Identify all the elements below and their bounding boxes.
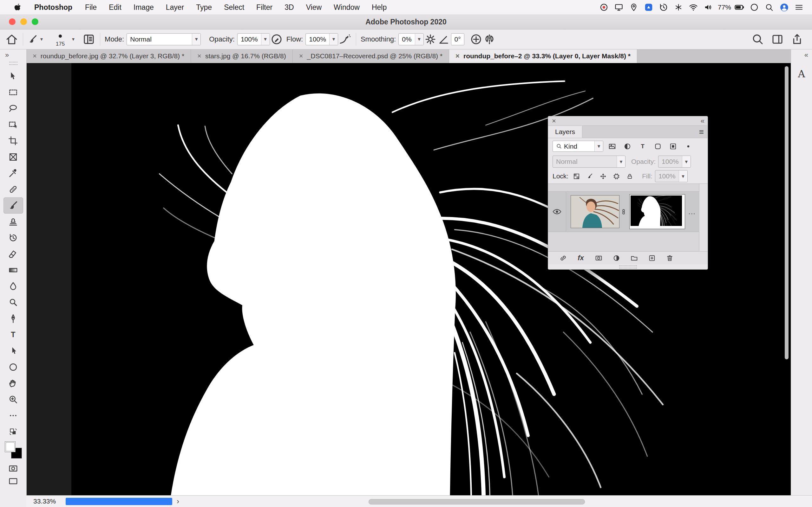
doc-tab-roundup-before-2[interactable]: × roundup_before–2 @ 33.3% (Layer 0, Lay… [449, 49, 637, 63]
horizontal-scrollbar[interactable] [368, 499, 585, 504]
filter-pixel-layers-icon[interactable] [606, 141, 618, 152]
zoom-window-button[interactable] [32, 18, 38, 25]
workspace-switcher-icon[interactable] [771, 33, 784, 46]
filter-adjustment-layers-icon[interactable] [621, 141, 634, 152]
volume-icon[interactable] [703, 2, 714, 13]
foreground-background-swatches[interactable] [5, 441, 22, 458]
window-title-bar[interactable]: Adobe Photoshop 2020 [0, 14, 812, 30]
menu-item-type[interactable]: Type [190, 0, 218, 14]
camera-status-icon[interactable] [599, 2, 609, 13]
lasso-tool[interactable] [3, 101, 23, 117]
zoom-tool[interactable] [3, 391, 23, 407]
eyedropper-tool[interactable] [3, 165, 23, 181]
lock-artboard-icon[interactable] [611, 170, 622, 182]
apple-menu[interactable] [8, 0, 28, 14]
panel-menu-icon[interactable]: ≡ [695, 126, 708, 138]
foreground-color-swatch[interactable] [5, 441, 15, 452]
paint-symmetry-icon[interactable] [483, 33, 496, 46]
tools-drag-grip[interactable] [9, 62, 17, 65]
close-tab-icon[interactable]: × [299, 52, 303, 60]
pressure-opacity-icon[interactable] [270, 33, 283, 46]
filter-smart-objects-icon[interactable] [667, 141, 679, 152]
default-colors-icon[interactable] [3, 426, 23, 438]
vertical-scrollbar[interactable] [785, 66, 789, 359]
menu-item-window[interactable]: Window [328, 0, 366, 14]
search-icon[interactable] [751, 33, 764, 46]
ellipse-tool[interactable] [3, 359, 23, 375]
toggle-brush-settings-panel-icon[interactable] [82, 33, 96, 46]
control-center-list-icon[interactable] [794, 2, 804, 13]
blend-mode-select[interactable]: Normal ▾ [126, 33, 201, 45]
link-layers-icon[interactable] [558, 252, 568, 263]
lock-all-icon[interactable] [624, 170, 635, 182]
location-icon[interactable] [628, 2, 639, 13]
collapse-panel-icon[interactable]: « [701, 117, 704, 125]
shortcuts-circle-icon[interactable] [749, 2, 760, 13]
layer-fill-select[interactable]: 100% ▾ [655, 170, 688, 182]
layer-mask-link-icon[interactable] [619, 208, 628, 215]
history-brush-tool[interactable] [3, 230, 23, 246]
brush-preset-picker[interactable]: 175 ▾ [51, 32, 74, 47]
menu-item-help[interactable]: Help [366, 0, 393, 14]
expand-panels-icon[interactable]: « [804, 49, 812, 59]
path-selection-tool[interactable] [3, 343, 23, 359]
tool-preset-picker[interactable]: ▾ [28, 34, 43, 44]
filter-toggle-icon[interactable] [682, 141, 695, 152]
blue-app-status-icon[interactable] [643, 2, 654, 13]
brush-angle-field[interactable]: 0° [451, 33, 464, 45]
airbrush-icon[interactable] [338, 33, 351, 46]
delete-layer-trash-icon[interactable] [664, 252, 675, 263]
pressure-size-icon[interactable] [469, 33, 483, 46]
layer-opacity-select[interactable]: 100% ▾ [658, 156, 691, 168]
opacity-select[interactable]: 100% ▾ [237, 33, 270, 45]
close-tab-icon[interactable]: × [197, 52, 201, 60]
blur-tool[interactable] [3, 278, 23, 294]
menu-item-photoshop[interactable]: Photoshop [28, 0, 79, 14]
minimize-window-button[interactable] [20, 18, 27, 25]
time-machine-icon[interactable] [658, 2, 669, 13]
new-group-folder-icon[interactable] [629, 252, 640, 263]
close-tab-icon[interactable]: × [33, 52, 37, 60]
doc-tab-roundup-before[interactable]: × roundup_before.jpg @ 32.7% (Layer 3, R… [26, 49, 191, 63]
horizontal-type-tool[interactable]: T [3, 327, 23, 343]
layer-mask-thumbnail[interactable] [629, 194, 685, 229]
pen-tool[interactable] [3, 311, 23, 327]
dodge-tool[interactable] [3, 294, 23, 311]
flow-select[interactable]: 100% ▾ [305, 33, 338, 45]
layer-thumbnail[interactable] [571, 195, 619, 228]
new-layer-icon[interactable] [647, 252, 657, 263]
lock-image-pixels-icon[interactable] [584, 170, 595, 182]
menu-item-select[interactable]: Select [218, 0, 250, 14]
edit-toolbar-ellipsis[interactable] [3, 407, 23, 424]
crop-tool[interactable] [3, 133, 23, 149]
wifi-icon[interactable] [688, 2, 699, 13]
screen-mode-icon[interactable] [3, 475, 23, 487]
quick-mask-mode-icon[interactable] [3, 462, 23, 475]
frame-tool[interactable] [3, 149, 23, 165]
layer-row[interactable]: … [548, 191, 699, 232]
menu-item-file[interactable]: File [79, 0, 103, 14]
spot-healing-brush-tool[interactable] [3, 181, 23, 198]
share-icon[interactable] [791, 33, 804, 46]
character-panel-icon[interactable]: A [794, 66, 809, 81]
menu-item-edit[interactable]: Edit [103, 0, 128, 14]
new-adjustment-layer-icon[interactable] [611, 252, 622, 263]
menu-item-filter[interactable]: Filter [250, 0, 278, 14]
panel-scrollbar-gutter[interactable] [699, 184, 708, 251]
collapse-tools-icon[interactable]: » [0, 49, 8, 59]
layer-filter-select[interactable]: Kind ▾ [553, 141, 603, 152]
eraser-tool[interactable] [3, 246, 23, 262]
object-selection-tool[interactable] [3, 117, 23, 133]
layer-visibility-toggle[interactable] [548, 192, 566, 232]
add-layer-mask-icon[interactable] [593, 252, 604, 263]
screen-mirroring-icon[interactable] [613, 2, 624, 13]
clone-stamp-tool[interactable] [3, 214, 23, 230]
move-tool[interactable] [3, 68, 23, 84]
close-panel-icon[interactable]: × [552, 117, 556, 125]
lock-position-icon[interactable] [598, 170, 608, 182]
smoothing-select[interactable]: 0% ▾ [398, 33, 423, 45]
close-tab-icon[interactable]: × [455, 52, 460, 60]
rectangular-marquee-tool[interactable] [3, 84, 23, 101]
panel-resize-grip[interactable] [548, 264, 708, 269]
doc-tab-stars[interactable]: × stars.jpg @ 16.7% (RGB/8) [191, 49, 293, 63]
